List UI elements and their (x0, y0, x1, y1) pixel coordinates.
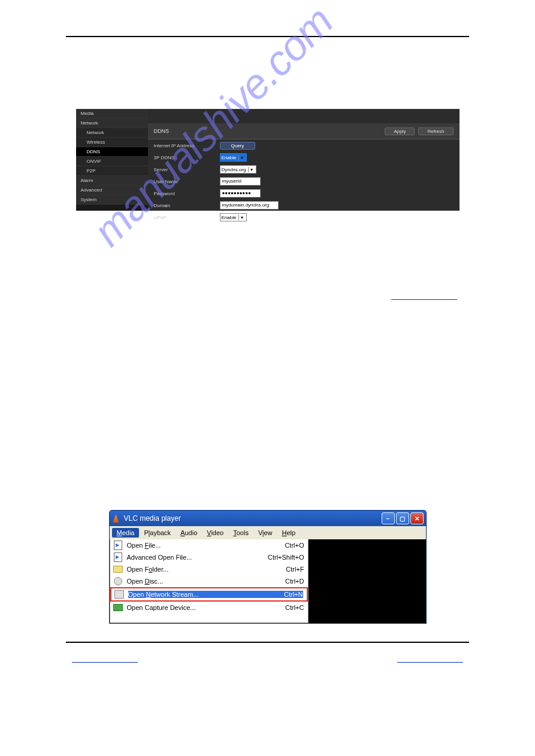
menuitem-open-network-stream[interactable]: Open Network Stream... Ctrl+N (110, 587, 308, 602)
chevron-down-icon: ▾ (248, 167, 255, 172)
label-upnp: UPnP (154, 215, 220, 220)
menuitem-open-capture-device[interactable]: Open Capture Device... Ctrl+C (110, 602, 308, 614)
query-button[interactable]: Query (220, 142, 256, 150)
menu-playback[interactable]: Playback (139, 528, 176, 538)
ddns-sidebar: Media Network Network Wireless DDNS ONVI… (76, 109, 148, 211)
menuitem-open-disc[interactable]: Open Disc... Ctrl+D (110, 575, 308, 587)
capture-icon (113, 603, 123, 612)
media-dropdown: ▶ Open File... Ctrl+O ▶ Advanced Open Fi… (110, 539, 309, 623)
sidebar-item-network[interactable]: Network (76, 119, 148, 128)
chevron-down-icon: ▾ (238, 215, 245, 220)
label-username: User Name (154, 179, 220, 184)
label-internet-ip: Internet IP Address (154, 143, 220, 148)
maximize-button[interactable]: ▢ (396, 512, 409, 524)
menu-help[interactable]: Help (277, 528, 301, 538)
inline-link[interactable] (391, 299, 457, 300)
sidebar-item-onvif[interactable]: ONVIF (76, 157, 148, 166)
ddns-settings-screenshot: Media Network Network Wireless DDNS ONVI… (76, 109, 460, 211)
menuitem-advanced-open-file[interactable]: ▶ Advanced Open File... Ctrl+Shift+O (110, 551, 308, 563)
folder-icon (113, 564, 123, 574)
body-text-region (66, 223, 469, 510)
window-title: VLC media player (124, 514, 181, 523)
label-server: Server (154, 167, 220, 172)
menu-video[interactable]: Video (202, 528, 228, 538)
disc-icon (113, 576, 123, 586)
menuitem-open-file[interactable]: ▶ Open File... Ctrl+O (110, 539, 308, 551)
input-password[interactable]: ●●●●●●●●●● (220, 189, 261, 198)
menu-media[interactable]: Media (112, 528, 140, 538)
input-domain[interactable]: mydomain.dyndns.org (220, 201, 279, 210)
select-server[interactable]: Dyndns.org▾ (220, 165, 257, 174)
footer-link-left[interactable] (72, 661, 138, 663)
menu-tools[interactable]: Tools (228, 528, 253, 538)
vlc-cone-icon (112, 514, 120, 523)
sidebar-item-alarm[interactable]: Alarm (76, 176, 148, 186)
label-password: Password (154, 191, 220, 196)
vlc-screenshot: VLC media player – ▢ ✕ Media Playback Au… (109, 510, 427, 624)
sidebar-item-p2p[interactable]: P2P (76, 166, 148, 176)
sidebar-item-ddns[interactable]: DDNS (76, 147, 148, 157)
menuitem-open-folder[interactable]: Open Folder... Ctrl+F (110, 563, 308, 575)
select-3p-ddns[interactable]: Enable▾ (220, 153, 247, 162)
label-domain: Domain (154, 203, 220, 208)
vlc-titlebar[interactable]: VLC media player – ▢ ✕ (109, 510, 427, 526)
minimize-button[interactable]: – (382, 512, 395, 524)
sidebar-item-system[interactable]: System (76, 195, 148, 205)
vlc-video-area (309, 539, 426, 623)
file-icon: ▶ (113, 541, 123, 550)
label-3p-ddns: 3P DDNS (154, 155, 220, 160)
close-button[interactable]: ✕ (410, 512, 424, 524)
sidebar-item-advanced[interactable]: Advanced (76, 186, 148, 195)
refresh-button[interactable]: Refresh (418, 127, 453, 135)
sidebar-item-network-sub[interactable]: Network (76, 128, 148, 138)
apply-button[interactable]: Apply (385, 127, 415, 135)
footer-link-right[interactable] (397, 661, 463, 663)
input-username[interactable]: myuserid (220, 177, 261, 186)
sidebar-item-wireless[interactable]: Wireless (76, 138, 148, 147)
chevron-down-icon: ▾ (238, 155, 245, 160)
panel-title: DDNS (154, 128, 382, 134)
sidebar-item-media[interactable]: Media (76, 109, 148, 119)
network-icon (114, 590, 125, 599)
select-upnp[interactable]: Enable▾ (220, 213, 247, 221)
file-icon: ▶ (113, 552, 123, 562)
vlc-menubar: Media Playback Audio Video Tools View He… (109, 526, 427, 539)
menu-view[interactable]: View (253, 528, 277, 538)
menu-audio[interactable]: Audio (176, 528, 202, 538)
